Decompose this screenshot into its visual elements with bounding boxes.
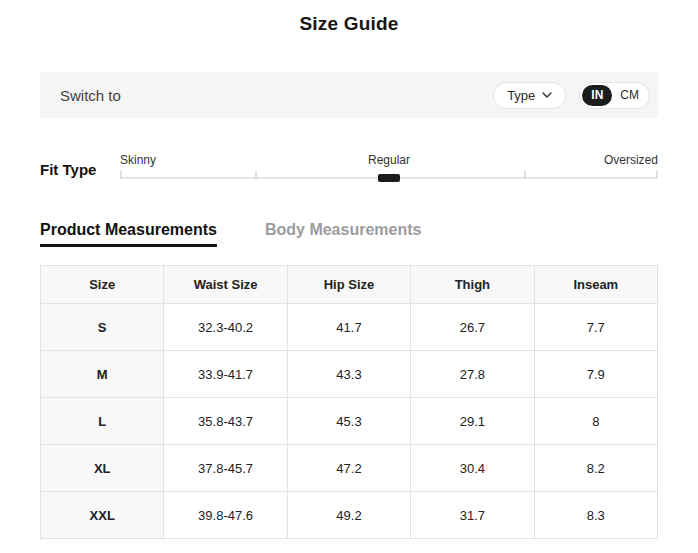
measurement-cell: 8.3 [534, 492, 657, 539]
measurement-cell: 37.8-45.7 [164, 445, 287, 492]
page-title: Size Guide [40, 0, 658, 35]
table-row: XXL 39.8-47.6 49.2 31.7 8.3 [41, 492, 658, 539]
fit-type-slider-handle[interactable] [378, 174, 400, 182]
measurement-cell: 41.7 [287, 304, 410, 351]
size-chart-table: Size Waist Size Hip Size Thigh Inseam S … [40, 265, 658, 539]
slider-tick [120, 171, 122, 179]
measurement-cell: 47.2 [287, 445, 410, 492]
fit-type-slider-track[interactable] [120, 177, 658, 179]
column-header-thigh: Thigh [411, 266, 534, 304]
slider-tick [524, 171, 526, 179]
measurement-cell: 27.8 [411, 351, 534, 398]
chevron-down-icon [542, 92, 552, 98]
measurement-cell: 7.9 [534, 351, 657, 398]
fit-type-option-skinny[interactable]: Skinny [120, 153, 299, 167]
fit-type-option-regular[interactable]: Regular [299, 153, 478, 167]
unit-option-cm[interactable]: CM [612, 85, 647, 106]
measurement-cell: 26.7 [411, 304, 534, 351]
size-cell: XL [41, 445, 164, 492]
fit-type-label: Fit Type [40, 161, 120, 179]
tab-product-measurements[interactable]: Product Measurements [40, 221, 217, 247]
table-row: XL 37.8-45.7 47.2 30.4 8.2 [41, 445, 658, 492]
column-header-hip-size: Hip Size [287, 266, 410, 304]
fit-type-option-oversized[interactable]: Oversized [479, 153, 658, 167]
fit-type-section: Fit Type Skinny Regular Oversized [40, 153, 658, 179]
measurement-cell: 8.2 [534, 445, 657, 492]
column-header-size: Size [41, 266, 164, 304]
measurement-cell: 43.3 [287, 351, 410, 398]
table-header-row: Size Waist Size Hip Size Thigh Inseam [41, 266, 658, 304]
measurement-cell: 29.1 [411, 398, 534, 445]
measurement-cell: 31.7 [411, 492, 534, 539]
table-row: S 32.3-40.2 41.7 26.7 7.7 [41, 304, 658, 351]
tab-body-measurements[interactable]: Body Measurements [265, 221, 422, 247]
slider-tick [255, 171, 257, 179]
measurement-cell: 39.8-47.6 [164, 492, 287, 539]
size-guide-panel: Size Guide Switch to Type IN CM Fit Type… [0, 0, 698, 539]
measurement-cell: 32.3-40.2 [164, 304, 287, 351]
unit-toggle: IN CM [579, 82, 650, 109]
measurement-cell: 35.8-43.7 [164, 398, 287, 445]
measurement-tabs: Product Measurements Body Measurements [40, 221, 658, 247]
measurement-cell: 49.2 [287, 492, 410, 539]
measurement-cell: 45.3 [287, 398, 410, 445]
table-row: M 33.9-41.7 43.3 27.8 7.9 [41, 351, 658, 398]
measurement-cell: 7.7 [534, 304, 657, 351]
table-row: L 35.8-43.7 45.3 29.1 8 [41, 398, 658, 445]
switch-controls: Type IN CM [493, 82, 650, 109]
size-cell: L [41, 398, 164, 445]
unit-switch-bar: Switch to Type IN CM [40, 72, 658, 118]
column-header-inseam: Inseam [534, 266, 657, 304]
unit-option-in[interactable]: IN [582, 85, 612, 106]
size-cell: S [41, 304, 164, 351]
fit-type-slider: Skinny Regular Oversized [120, 153, 658, 179]
size-cell: M [41, 351, 164, 398]
measurement-cell: 33.9-41.7 [164, 351, 287, 398]
switch-to-label: Switch to [60, 87, 121, 104]
fit-type-options: Skinny Regular Oversized [120, 153, 658, 167]
size-cell: XXL [41, 492, 164, 539]
measurement-cell: 8 [534, 398, 657, 445]
column-header-waist-size: Waist Size [164, 266, 287, 304]
slider-tick [656, 171, 658, 179]
type-dropdown-label: Type [507, 88, 535, 103]
type-dropdown-button[interactable]: Type [493, 82, 566, 109]
measurement-cell: 30.4 [411, 445, 534, 492]
